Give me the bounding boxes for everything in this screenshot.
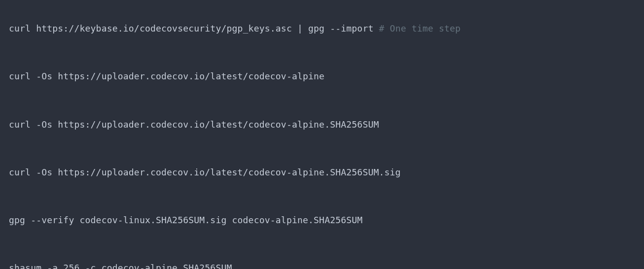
command-text: curl https://keybase.io/codecovsecurity/…	[9, 23, 379, 34]
blank-line	[9, 238, 635, 250]
blank-line	[9, 190, 635, 202]
comment-text: # One time step	[379, 23, 461, 34]
code-line: curl -Os https://uploader.codecov.io/lat…	[9, 119, 635, 131]
code-line: gpg --verify codecov-linux.SHA256SUM.sig…	[9, 214, 635, 226]
blank-line	[9, 142, 635, 154]
command-text: curl -Os https://uploader.codecov.io/lat…	[9, 119, 379, 130]
blank-line	[9, 47, 635, 59]
code-line: shasum -a 256 -c codecov-alpine.SHA256SU…	[9, 262, 635, 269]
code-line: curl https://keybase.io/codecovsecurity/…	[9, 23, 635, 34]
code-line: curl -Os https://uploader.codecov.io/lat…	[9, 167, 635, 178]
command-text: shasum -a 256 -c codecov-alpine.SHA256SU…	[9, 263, 232, 269]
command-text: gpg --verify codecov-linux.SHA256SUM.sig…	[9, 215, 362, 225]
command-text: curl -Os https://uploader.codecov.io/lat…	[9, 167, 401, 177]
command-text: curl -Os https://uploader.codecov.io/lat…	[9, 71, 324, 81]
blank-line	[9, 95, 635, 106]
code-block: curl https://keybase.io/codecovsecurity/…	[9, 11, 635, 269]
code-line: curl -Os https://uploader.codecov.io/lat…	[9, 70, 635, 82]
